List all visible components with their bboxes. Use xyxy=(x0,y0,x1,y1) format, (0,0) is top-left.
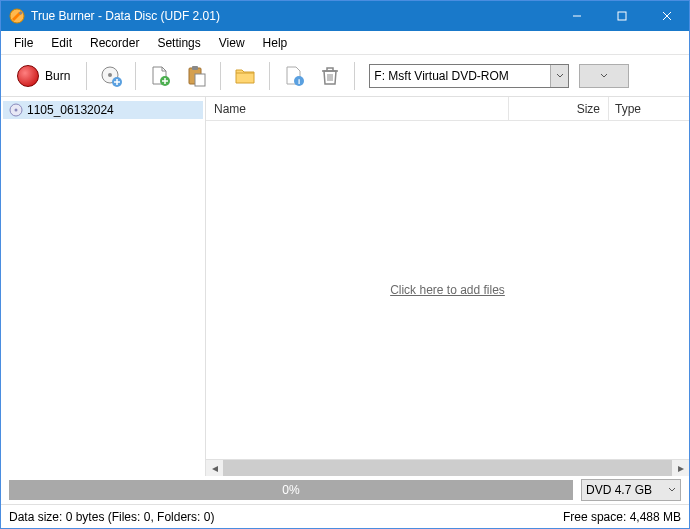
tree-panel: 1105_06132024 xyxy=(1,97,206,476)
progress-label: 0% xyxy=(282,483,299,497)
separator xyxy=(269,62,270,90)
scroll-right-arrow[interactable]: ▸ xyxy=(672,460,689,477)
burn-button[interactable]: Burn xyxy=(9,61,78,91)
titlebar: True Burner - Data Disc (UDF 2.01) xyxy=(1,1,689,31)
speed-selector[interactable] xyxy=(579,64,629,88)
menu-help[interactable]: Help xyxy=(254,33,297,53)
statusbar: Data size: 0 bytes (Files: 0, Folders: 0… xyxy=(1,504,689,528)
column-name[interactable]: Name xyxy=(206,97,509,120)
svg-point-16 xyxy=(15,109,18,112)
toolbar: Burn i F: Msft Virtual DVD-ROM xyxy=(1,55,689,97)
horizontal-scrollbar[interactable]: ◂ ▸ xyxy=(206,459,689,476)
scroll-track[interactable] xyxy=(223,460,672,477)
main-area: 1105_06132024 Name Size Type Click here … xyxy=(1,97,689,476)
tree-root-item[interactable]: 1105_06132024 xyxy=(3,101,203,119)
menubar: File Edit Recorder Settings View Help xyxy=(1,31,689,55)
add-files-link[interactable]: Click here to add files xyxy=(390,283,505,297)
menu-view[interactable]: View xyxy=(210,33,254,53)
files-panel: Name Size Type Click here to add files ◂… xyxy=(206,97,689,476)
menu-file[interactable]: File xyxy=(5,33,42,53)
svg-rect-12 xyxy=(195,74,205,86)
svg-rect-3 xyxy=(618,12,626,20)
chevron-down-icon xyxy=(550,65,568,87)
files-body[interactable]: Click here to add files xyxy=(206,121,689,459)
separator xyxy=(135,62,136,90)
drive-label: F: Msft Virtual DVD-ROM xyxy=(374,69,508,83)
separator xyxy=(220,62,221,90)
new-disc-button[interactable] xyxy=(95,60,127,92)
svg-rect-11 xyxy=(192,66,198,70)
tree-root-label: 1105_06132024 xyxy=(27,103,114,117)
file-info-button[interactable]: i xyxy=(278,60,310,92)
column-size[interactable]: Size xyxy=(509,97,609,120)
menu-edit[interactable]: Edit xyxy=(42,33,81,53)
minimize-button[interactable] xyxy=(554,1,599,31)
paste-button[interactable] xyxy=(180,60,212,92)
burn-label: Burn xyxy=(45,69,70,83)
column-headers: Name Size Type xyxy=(206,97,689,121)
menu-settings[interactable]: Settings xyxy=(148,33,209,53)
scroll-left-arrow[interactable]: ◂ xyxy=(206,460,223,477)
menu-recorder[interactable]: Recorder xyxy=(81,33,148,53)
status-free-space: Free space: 4,488 MB xyxy=(563,510,681,524)
progress-row: 0% DVD 4.7 GB xyxy=(1,476,689,504)
disc-type-selector[interactable]: DVD 4.7 GB xyxy=(581,479,681,501)
burn-icon xyxy=(17,65,39,87)
column-type[interactable]: Type xyxy=(609,97,689,120)
add-file-button[interactable] xyxy=(144,60,176,92)
disc-icon xyxy=(9,103,23,117)
progress-bar: 0% xyxy=(9,480,573,500)
maximize-button[interactable] xyxy=(599,1,644,31)
drive-selector[interactable]: F: Msft Virtual DVD-ROM xyxy=(369,64,569,88)
separator xyxy=(354,62,355,90)
delete-button[interactable] xyxy=(314,60,346,92)
window-title: True Burner - Data Disc (UDF 2.01) xyxy=(31,9,554,23)
svg-point-7 xyxy=(108,73,112,77)
scroll-thumb[interactable] xyxy=(223,460,672,477)
disc-type-label: DVD 4.7 GB xyxy=(586,483,652,497)
add-folder-button[interactable] xyxy=(229,60,261,92)
close-button[interactable] xyxy=(644,1,689,31)
app-icon xyxy=(9,8,25,24)
chevron-down-icon xyxy=(668,486,676,494)
status-data-size: Data size: 0 bytes (Files: 0, Folders: 0… xyxy=(9,510,214,524)
separator xyxy=(86,62,87,90)
svg-text:i: i xyxy=(298,77,300,86)
